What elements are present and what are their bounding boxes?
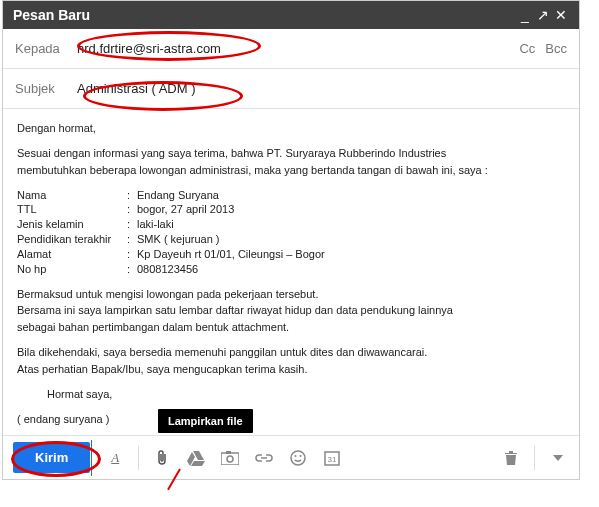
cc-button[interactable]: Cc <box>519 41 535 56</box>
info-key: Alamat <box>17 247 127 262</box>
svg-point-4 <box>295 455 297 457</box>
send-split-icon[interactable] <box>91 440 92 476</box>
separator <box>534 446 535 470</box>
para-line: sebagai bahan pertimbangan dalam bentuk … <box>17 320 565 335</box>
info-key: Pendidikan terakhir <box>17 232 127 247</box>
info-row: TTL: bogor, 27 april 2013 <box>17 202 565 217</box>
para-line: Atas perhatian Bapak/Ibu, saya mengucapk… <box>17 362 565 377</box>
info-val: Kp Dayeuh rt 01/01, Cileungsi – Bogor <box>137 247 325 262</box>
info-key: Jenis kelamin <box>17 217 127 232</box>
para-line: Bersama ini saya lampirkan satu lembar d… <box>17 303 565 318</box>
svg-point-3 <box>291 451 305 465</box>
subject-label: Subjek <box>15 81 77 96</box>
info-row: Pendidikan terakhir: SMK ( kejuruan ) <box>17 232 565 247</box>
info-val: bogor, 27 april 2013 <box>137 202 234 217</box>
emoji-icon[interactable] <box>287 447 309 469</box>
subject-row[interactable]: Subjek Administrasi ( ADM ) <box>3 69 579 109</box>
subject-value: Administrasi ( ADM ) <box>77 81 195 96</box>
info-val: SMK ( kejuruan ) <box>137 232 220 247</box>
svg-rect-1 <box>226 451 231 454</box>
info-val: 0808123456 <box>137 262 198 277</box>
more-icon[interactable] <box>547 447 569 469</box>
to-label: Kepada <box>15 41 77 56</box>
info-row: Jenis kelamin: laki-laki <box>17 217 565 232</box>
minimize-icon[interactable]: _ <box>517 7 533 23</box>
info-row: No hp: 0808123456 <box>17 262 565 277</box>
attach-tooltip: Lampirkan file <box>158 409 253 433</box>
svg-point-5 <box>300 455 302 457</box>
greeting: Dengan hormat, <box>17 121 565 136</box>
bcc-button[interactable]: Bcc <box>545 41 567 56</box>
closing: Hormat saya, <box>17 387 565 402</box>
format-icon[interactable]: A <box>104 447 126 469</box>
calendar-icon[interactable]: 31 <box>321 447 343 469</box>
svg-point-2 <box>227 456 233 462</box>
trash-icon[interactable] <box>500 447 522 469</box>
separator <box>138 446 139 470</box>
message-body[interactable]: Dengan hormat, Sesuai dengan informasi y… <box>3 109 579 445</box>
info-key: Nama <box>17 188 127 203</box>
link-icon[interactable] <box>253 447 275 469</box>
attach-icon[interactable] <box>151 447 173 469</box>
intro-line: Sesuai dengan informasi yang saya terima… <box>17 146 565 161</box>
intro-line: membutuhkan beberapa lowongan administra… <box>17 163 565 178</box>
para-line: Bermaksud untuk mengisi lowongan pada pe… <box>17 287 565 302</box>
info-val: Endang Suryana <box>137 188 219 203</box>
photo-icon[interactable] <box>219 447 241 469</box>
expand-icon[interactable]: ↗ <box>535 7 551 23</box>
info-val: laki-laki <box>137 217 174 232</box>
svg-rect-0 <box>221 453 239 465</box>
info-key: TTL <box>17 202 127 217</box>
drive-icon[interactable] <box>185 447 207 469</box>
signature: ( endang suryana ) <box>17 412 565 427</box>
close-icon[interactable]: ✕ <box>553 7 569 23</box>
to-value: hrd.fdrtire@sri-astra.com <box>77 41 221 56</box>
para-line: Bila dikehendaki, saya bersedia memenuhi… <box>17 345 565 360</box>
info-row: Alamat: Kp Dayeuh rt 01/01, Cileungsi – … <box>17 247 565 262</box>
compose-title: Pesan Baru <box>13 7 90 23</box>
info-row: Nama: Endang Suryana <box>17 188 565 203</box>
compose-toolbar: Kirim A 31 <box>3 435 579 479</box>
send-button[interactable]: Kirim <box>13 442 90 473</box>
svg-text:31: 31 <box>328 455 337 464</box>
compose-header: Pesan Baru _ ↗ ✕ <box>3 1 579 29</box>
to-row[interactable]: Kepada hrd.fdrtire@sri-astra.com Cc Bcc <box>3 29 579 69</box>
info-key: No hp <box>17 262 127 277</box>
